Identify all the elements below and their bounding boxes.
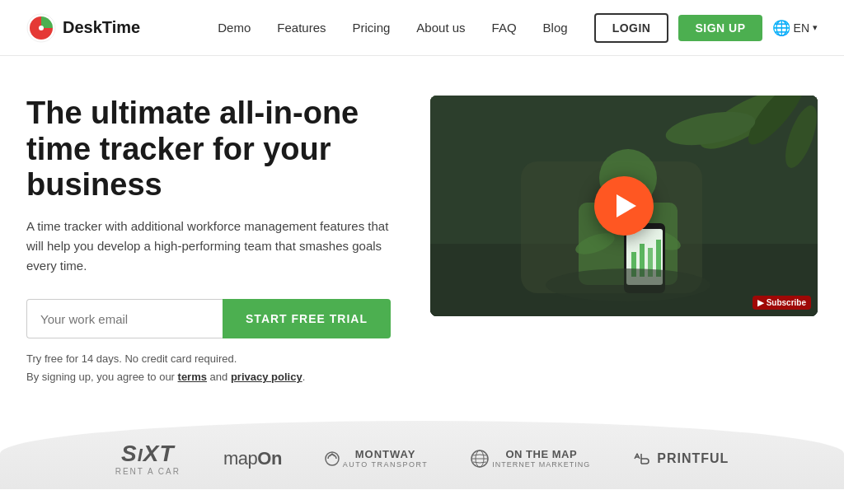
brand-montway: MONTWAY AUTO TRANSPORT [325, 448, 429, 469]
nav-faq[interactable]: FAQ [492, 21, 517, 35]
hero-section: The ultimate all-in-one time tracker for… [0, 56, 844, 413]
svg-point-1 [39, 26, 44, 30]
cta-row: START FREE TRIAL [26, 299, 391, 338]
signup-button[interactable]: SIGN UP [678, 15, 762, 41]
fine-print-end: . [302, 371, 306, 383]
onthemap-icon [471, 450, 489, 468]
main-nav: Demo Features Pricing About us FAQ Blog [218, 21, 567, 35]
nav-demo[interactable]: Demo [218, 21, 251, 35]
header-actions: LOGIN SIGN UP 🌐 EN ▾ [594, 13, 818, 43]
nav-features[interactable]: Features [277, 21, 326, 35]
nav-pricing[interactable]: Pricing [353, 21, 391, 35]
youtube-icon: ▶ Subscribe [757, 298, 806, 307]
fine-print-line2: By signing up, you agree to our [26, 371, 178, 383]
terms-link[interactable]: terms [178, 371, 207, 383]
montway-icon [325, 451, 340, 466]
printful-icon [633, 452, 653, 465]
logo[interactable]: DeskTime [26, 13, 140, 43]
header: DeskTime Demo Features Pricing About us … [0, 0, 844, 56]
svg-point-19 [546, 268, 710, 301]
nav-blog[interactable]: Blog [543, 21, 568, 35]
fine-print: Try free for 14 days. No credit card req… [26, 350, 391, 386]
hero-title: The ultimate all-in-one time tracker for… [26, 96, 391, 203]
brand-onthemap: ON THE MAP INTERNET MARKETING [471, 448, 590, 469]
globe-icon: 🌐 [772, 19, 790, 37]
and-text: and [207, 371, 231, 383]
youtube-badge: ▶ Subscribe [753, 296, 811, 310]
brand-mapon: mapOn [223, 448, 282, 469]
hero-video[interactable]: ▶ Subscribe [430, 96, 818, 316]
logo-icon [26, 13, 56, 43]
lang-label: EN [794, 21, 809, 35]
play-button-wrap [594, 176, 654, 236]
brand-sixt: SIXT rent a car [115, 441, 181, 476]
hero-left: The ultimate all-in-one time tracker for… [26, 96, 391, 386]
video-background: ▶ Subscribe [430, 96, 818, 316]
login-button[interactable]: LOGIN [594, 13, 669, 43]
fine-print-line1: Try free for 14 days. No credit card req… [26, 352, 237, 365]
play-button[interactable] [594, 176, 654, 236]
chevron-down-icon: ▾ [813, 22, 818, 33]
nav-about[interactable]: About us [416, 21, 465, 35]
language-selector[interactable]: 🌐 EN ▾ [772, 19, 818, 37]
brand-printful: PRINTFUL [633, 451, 729, 466]
start-trial-button[interactable]: START FREE TRIAL [223, 299, 391, 338]
hero-subtitle: A time tracker with additional workforce… [26, 217, 391, 276]
email-input[interactable] [26, 299, 223, 338]
play-icon [617, 194, 636, 217]
brands-section: SIXT rent a car mapOn MONTWAY AUTO TRANS… [0, 421, 844, 489]
logo-text: DeskTime [63, 18, 140, 37]
privacy-link[interactable]: privacy policy [231, 371, 302, 383]
